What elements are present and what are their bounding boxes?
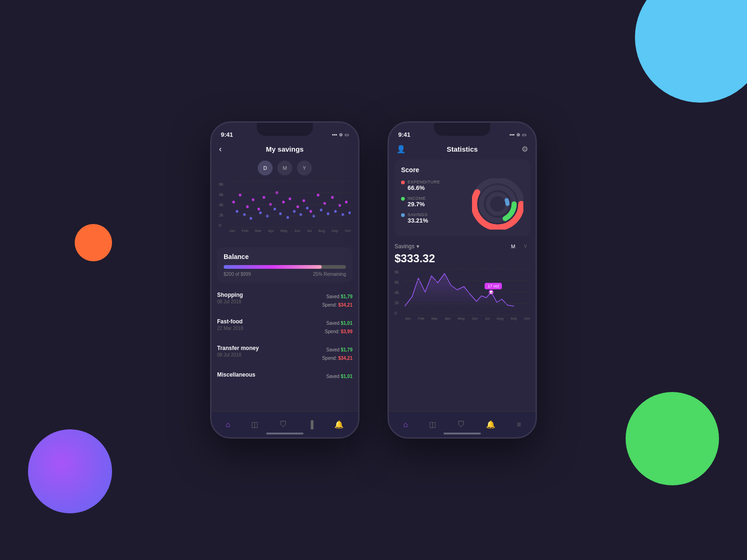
- nav-bell-left[interactable]: 🔔: [331, 416, 347, 433]
- home-indicator-left: [266, 433, 303, 434]
- legend-label-expenditure: EXPENDITURE: [408, 180, 440, 184]
- donut-svg: [472, 178, 523, 230]
- screen-statistics: 👤 Statistics ⚙ Score EXPENDITURE 66.6%: [389, 141, 536, 437]
- period-tabs-left: D M Y: [211, 157, 358, 179]
- transaction-item-misc: Miscellaneous Saved $1,01: [217, 367, 352, 385]
- notch-left: [257, 123, 313, 136]
- legend-value-income: 29.7%: [408, 201, 426, 208]
- nav-filter-left[interactable]: ⛉: [276, 417, 291, 433]
- profile-icon[interactable]: 👤: [396, 145, 406, 154]
- tooltip-badge: 17 oct: [485, 283, 502, 289]
- back-button[interactable]: ‹: [219, 144, 222, 154]
- savings-period-tabs: M Y: [508, 243, 530, 250]
- legend-label-savings: SAVINGS: [408, 212, 428, 217]
- svg-point-37: [488, 194, 507, 214]
- balance-bar-container: [224, 265, 346, 269]
- savings-tab-m[interactable]: M: [508, 243, 518, 250]
- header-statistics: 👤 Statistics ⚙: [389, 141, 536, 157]
- legend-value-expenditure: 66.6%: [408, 184, 440, 191]
- screen-savings: ‹ My savings D M Y 8k 6k 4k 2k 0: [211, 141, 358, 437]
- period-tab-d[interactable]: D: [258, 161, 273, 175]
- line-chart-y-labels: 8k 6k 4k 2k 0: [395, 269, 405, 315]
- legend-dot-expenditure: [401, 181, 405, 184]
- transaction-name-3: Miscellaneous: [217, 371, 255, 378]
- home-indicator-right: [444, 433, 481, 434]
- balance-bar-fill: [224, 265, 322, 269]
- chart-y-4k: 4k: [219, 203, 229, 207]
- period-tab-y[interactable]: Y: [297, 161, 312, 175]
- chart-y-8k: 8k: [219, 182, 229, 187]
- transaction-item-fastfood: Fast-food 22 Mar 2018 Saved $1,01 Spend:…: [217, 314, 352, 340]
- chart-y-2k: 2k: [219, 213, 229, 217]
- nav-menu-right[interactable]: ≡: [513, 417, 525, 433]
- period-tab-m[interactable]: M: [277, 161, 292, 175]
- savings-amount: $333.32: [395, 252, 530, 265]
- status-icons-left: ▪▪▪ ⊛ ▭: [332, 132, 349, 137]
- line-chart-grid: [405, 269, 530, 315]
- nav-chart-left[interactable]: ▐: [304, 417, 317, 433]
- transaction-name-0: Shopping: [217, 292, 243, 298]
- status-time-right: 9:41: [398, 131, 410, 138]
- savings-dropdown-label: Savings: [395, 243, 415, 250]
- legend-dot-savings: [401, 213, 405, 217]
- chart-y-0: 0: [219, 223, 229, 228]
- transaction-name-1: Fast-food: [217, 318, 243, 325]
- savings-tab-y[interactable]: Y: [521, 243, 530, 250]
- phones-container: 9:41 ▪▪▪ ⊛ ▭ ‹ My savings D M Y: [0, 0, 747, 560]
- balance-section: Balance $200 of $999 25% Remaining: [217, 247, 352, 282]
- balance-title: Balance: [224, 253, 346, 260]
- status-icons-right: ▪▪▪ ⊛ ▭: [509, 132, 526, 137]
- transaction-item-transfer: Transfer money 08 Jul 2018 Saved $1,79 S…: [217, 340, 352, 367]
- score-section: Score EXPENDITURE 66.6%: [395, 160, 530, 236]
- nav-card-left[interactable]: ◫: [247, 416, 262, 433]
- legend-expenditure: EXPENDITURE 66.6%: [401, 180, 467, 191]
- legend-value-savings: 33.21%: [408, 217, 428, 224]
- screen-title-statistics: Statistics: [447, 145, 478, 153]
- donut-chart: [472, 178, 523, 230]
- legend-savings: SAVINGS 33.21%: [401, 212, 467, 224]
- line-chart: 8k 6k 4k 2k 0: [395, 269, 530, 325]
- battery-icon: ▭: [345, 132, 349, 137]
- score-legend: EXPENDITURE 66.6% INCOME 29.7%: [401, 180, 467, 229]
- transaction-item-shopping: Shopping 08 Jul 2018 Saved $1,79 Spend: …: [217, 287, 352, 314]
- chart-x-labels: Jan Feb Mar Apr May Jun Jul Aug Sep Oct: [219, 228, 351, 233]
- transaction-list: Shopping 08 Jul 2018 Saved $1,79 Spend: …: [211, 285, 358, 387]
- nav-bell-right[interactable]: 🔔: [482, 416, 499, 433]
- legend-label-income: INCOME: [408, 196, 426, 201]
- screen-title-savings: My savings: [266, 145, 304, 153]
- nav-filter-right[interactable]: ⛉: [454, 417, 469, 433]
- score-content: EXPENDITURE 66.6% INCOME 29.7%: [401, 178, 523, 230]
- signal-icon-right: ▪▪▪: [509, 132, 514, 137]
- balance-meta: $200 of $999 25% Remaining: [224, 272, 346, 277]
- score-title: Score: [401, 166, 523, 174]
- battery-icon-right: ▭: [522, 132, 526, 137]
- chart-grid: [229, 181, 351, 228]
- balance-text-left: $200 of $999: [224, 272, 251, 277]
- transaction-date-0: 08 Jul 2018: [217, 299, 243, 304]
- phone-savings: 9:41 ▪▪▪ ⊛ ▭ ‹ My savings D M Y: [210, 121, 359, 439]
- legend-dot-income: [401, 197, 405, 201]
- header-savings: ‹ My savings: [211, 141, 358, 157]
- nav-card-right[interactable]: ◫: [425, 416, 440, 433]
- phone-statistics: 9:41 ▪▪▪ ⊛ ▭ 👤 Statistics ⚙ Score: [388, 121, 537, 439]
- nav-home-right[interactable]: ⌂: [400, 417, 412, 433]
- transaction-date-1: 22 Mar 2018: [217, 326, 243, 331]
- chart-y-6k: 6k: [219, 192, 229, 197]
- scatter-chart: 8k 6k 4k 2k 0: [211, 179, 358, 245]
- wifi-icon-right: ⊛: [516, 132, 520, 137]
- legend-income: INCOME 29.7%: [401, 196, 467, 208]
- status-time-left: 9:41: [221, 131, 233, 138]
- line-chart-x-labels: Jan Feb Mar Apr May Jun Jul Aug Sep Oct: [395, 315, 530, 321]
- transaction-date-2: 08 Jul 2018: [217, 352, 259, 357]
- settings-icon[interactable]: ⚙: [521, 145, 528, 154]
- wifi-icon: ⊛: [339, 132, 343, 137]
- balance-text-right: 25% Remaining: [313, 272, 346, 277]
- signal-icon: ▪▪▪: [332, 132, 337, 137]
- savings-dropdown[interactable]: Savings ▾: [395, 243, 419, 250]
- savings-section: Savings ▾ M Y $333.32 8k 6k 4: [389, 239, 536, 329]
- transaction-name-2: Transfer money: [217, 345, 259, 351]
- notch-right: [434, 123, 490, 136]
- dropdown-arrow-icon: ▾: [416, 243, 419, 250]
- nav-home-left[interactable]: ⌂: [222, 417, 234, 433]
- savings-header: Savings ▾ M Y: [395, 243, 530, 250]
